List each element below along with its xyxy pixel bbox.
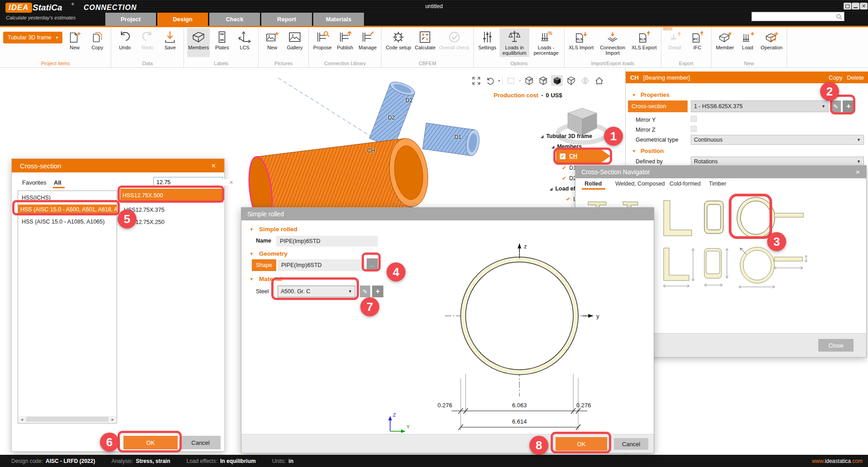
ribbon-button-redo[interactable]: Redo (137, 28, 158, 57)
tree-item-d1[interactable]: ✔ D1 (562, 165, 576, 171)
clear-filter-icon[interactable]: ✕ (229, 180, 233, 186)
copy-member-button[interactable]: Copy (829, 74, 842, 81)
ribbon-button-loads-in-equilibrium[interactable]: Loads in equilibrium (500, 28, 529, 57)
tab-rolled[interactable]: Rolled (585, 181, 602, 187)
checkbox-checked-icon[interactable]: ✔ (566, 196, 571, 202)
section-geometry[interactable]: ▼ Geometry (250, 250, 288, 257)
section-position[interactable]: ▼ Position (632, 148, 664, 154)
tab-materials[interactable]: Materials (313, 13, 364, 26)
ribbon-button-copy-item[interactable]: Copy (87, 28, 108, 57)
select-box-icon[interactable] (505, 75, 517, 86)
scroll-left-icon[interactable]: ◄ (19, 417, 25, 422)
tab-all[interactable]: All (54, 179, 61, 186)
tree-expander-icon[interactable]: ◢ (552, 145, 554, 149)
tab-report[interactable]: Report (261, 13, 312, 26)
close-button[interactable]: ✕ (860, 3, 868, 10)
section-simple-rolled[interactable]: ▼ Simple rolled (250, 226, 297, 233)
section-item[interactable]: HSS12.75X.375 (122, 205, 223, 215)
section-item-selected[interactable]: HSS12.75X.500 (120, 189, 223, 202)
ribbon-button-loads-percentage[interactable]: % Loads - percentage (531, 28, 561, 57)
name-field[interactable]: PIPE(Imp)6STD (276, 236, 378, 247)
shape-angle[interactable] (661, 199, 694, 238)
solid-view-icon[interactable] (551, 75, 563, 86)
align-view-icon[interactable] (579, 75, 591, 86)
shaded-edges-view-icon[interactable] (537, 75, 549, 86)
cross-section-dialog-title[interactable]: Cross-section ✕ (12, 159, 224, 172)
ok-button[interactable]: OK (556, 437, 607, 451)
project-item-select[interactable]: Tubular 3D frame ▾ (3, 32, 62, 43)
edit-cross-section-button[interactable]: ✎ (830, 100, 841, 112)
home-view-icon[interactable] (593, 75, 605, 86)
ribbon-button-overall-check[interactable]: Overall check (438, 28, 470, 57)
ribbon-button-lcs[interactable]: LCS (234, 28, 255, 57)
tree-item-ch[interactable]: ✔ CH (556, 150, 610, 162)
add-cross-section-button[interactable]: + (843, 100, 854, 112)
ribbon-button-undo[interactable]: Undo (114, 28, 135, 57)
ribbon-button-propose[interactable]: Propose (312, 28, 333, 57)
mirror-y-checkbox[interactable] (691, 116, 697, 122)
list-item-selected[interactable]: HSS (AISC 15.0 - A500, A501, A618, A847) (18, 205, 117, 214)
shape-chs[interactable] (735, 195, 777, 240)
checkbox-checked-icon[interactable]: ✔ (562, 165, 566, 171)
section-item[interactable]: HSS12.75X.250 (122, 217, 223, 227)
cancel-button[interactable]: Cancel (614, 438, 648, 450)
family-list[interactable]: HSS(ICHS) HSS (AISC 15.0 - A500, A501, A… (18, 191, 117, 424)
ribbon-button-publish[interactable]: Publish (335, 28, 355, 57)
tree-expander-icon[interactable]: ◢ (550, 187, 552, 191)
ribbon-button-code-setup[interactable]: Code setup (385, 28, 412, 57)
ribbon-button-new-member[interactable]: Member (715, 28, 736, 57)
shape-angle-dimensioned[interactable] (661, 246, 700, 292)
section-material[interactable]: ▼ Material (250, 276, 282, 282)
cross-section-dropdown[interactable]: 1 - HSS6.625X.375 ▼ (691, 100, 829, 112)
delete-member-button[interactable]: Delete (847, 74, 864, 81)
checkbox-checked-icon[interactable]: ✔ (560, 153, 566, 159)
ribbon-button-plates[interactable]: Plates (212, 28, 232, 57)
shape-flat[interactable] (774, 212, 805, 219)
search-box[interactable] (751, 12, 844, 21)
tab-cold-formed[interactable]: Cold-formed (670, 181, 701, 187)
checkbox-checked-icon[interactable]: ✔ (562, 175, 566, 181)
search-input[interactable] (754, 14, 836, 20)
ribbon-button-members[interactable]: Members (187, 28, 210, 57)
ribbon-button-xls-export[interactable]: XLS XLS Export (631, 28, 658, 57)
tab-timber[interactable]: Timber (709, 181, 726, 187)
filter-input[interactable] (156, 179, 229, 186)
website-link[interactable]: www.ideastatica.com (812, 458, 863, 464)
maximize-button[interactable] (844, 3, 851, 10)
ribbon-button-new-load[interactable]: Load (737, 28, 758, 57)
ribbon-button-new-picture[interactable]: New (262, 28, 283, 57)
tree-item-d2[interactable]: ✔ D2 (562, 175, 576, 181)
ribbon-button-new-item[interactable]: New (64, 28, 85, 57)
section-properties[interactable]: ▼ Properties (632, 91, 670, 98)
cancel-button[interactable]: Cancel (180, 436, 221, 449)
zoom-extents-icon[interactable] (470, 75, 482, 86)
shape-rhs[interactable] (703, 200, 725, 236)
tab-favorites[interactable]: Favorites (22, 179, 46, 186)
mirror-z-checkbox[interactable] (691, 126, 697, 132)
shape-chs-dimensioned[interactable] (735, 243, 777, 292)
navigator-title-bar[interactable]: Cross-Section Navigator ✕ (576, 166, 866, 178)
filter-box[interactable]: ✕ (153, 177, 223, 188)
shape-field[interactable]: PIPE(Imp)6STD (278, 259, 365, 271)
scrollbar-thumb[interactable] (26, 417, 108, 422)
ribbon-button-settings[interactable]: Settings (477, 28, 498, 57)
wireframe-view-icon[interactable] (523, 75, 535, 86)
list-item[interactable]: HSS (AISC 15.0 - A1085, A1065) (19, 217, 116, 227)
geometrical-type-dropdown[interactable]: Continuous ▼ (691, 135, 864, 145)
tree-item-members[interactable]: ◢ Members (552, 143, 582, 150)
ribbon-button-ifc[interactable]: IFC IFC (687, 28, 708, 57)
ribbon-button-xls-import[interactable]: XLS XLS Import (568, 28, 594, 57)
section-view-icon[interactable] (565, 75, 577, 86)
ribbon-button-connection-import[interactable]: Connection Import (596, 28, 629, 57)
ribbon-button-gallery[interactable]: Gallery (284, 28, 305, 57)
ribbon-button-new-operation[interactable]: Operation (760, 28, 783, 57)
close-icon[interactable]: ✕ (855, 169, 860, 176)
ok-button[interactable]: OK (123, 436, 178, 449)
add-steel-button[interactable]: + (372, 286, 383, 297)
edit-steel-button[interactable]: ✎ (360, 286, 370, 297)
tree-expander-icon[interactable]: ◢ (541, 134, 543, 138)
tab-check[interactable]: Check (209, 13, 260, 26)
scroll-right-icon[interactable]: ► (109, 417, 116, 422)
ribbon-button-detail[interactable]: BETA Detail (665, 28, 685, 57)
list-item[interactable]: HSS(ICHS) (19, 193, 116, 203)
